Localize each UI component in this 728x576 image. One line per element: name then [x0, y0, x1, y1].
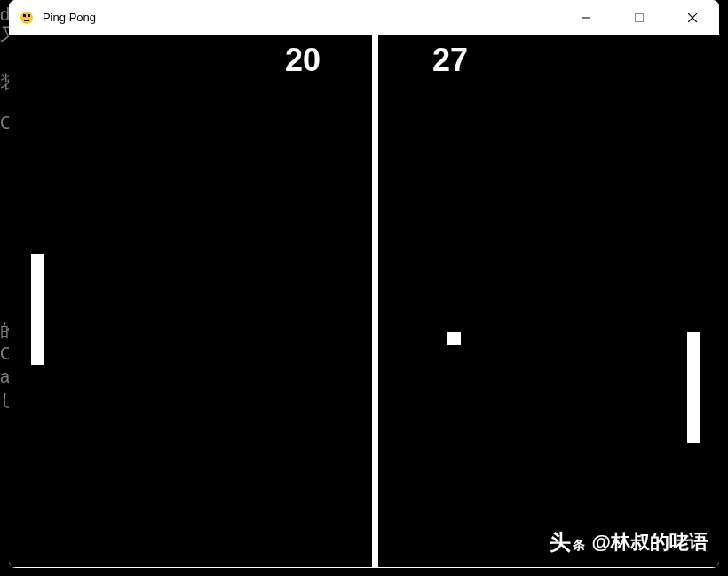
court-right-half: [378, 35, 719, 567]
app-window: Ping Pong 20 27 头: [9, 0, 719, 568]
watermark-handle: @林叔的咾语: [592, 529, 708, 556]
watermark-logo-big: 头: [550, 528, 571, 556]
titlebar[interactable]: Ping Pong: [9, 0, 719, 35]
svg-point-0: [20, 12, 33, 24]
paddle-right[interactable]: [687, 332, 700, 443]
watermark-logo: 头 条: [550, 528, 585, 556]
game-area[interactable]: 20 27 头 条 @林叔的咾语: [9, 35, 719, 567]
court-left-half: [9, 35, 372, 567]
svg-rect-2: [28, 14, 30, 17]
close-button[interactable]: [666, 0, 719, 35]
minimize-button[interactable]: [559, 0, 613, 35]
minimize-icon: [582, 13, 590, 22]
watermark-logo-small: 条: [573, 538, 585, 554]
paddle-left[interactable]: [31, 254, 44, 365]
svg-rect-5: [636, 13, 644, 21]
maximize-button[interactable]: [613, 0, 666, 35]
score-right: 27: [432, 42, 468, 79]
maximize-icon: [635, 13, 644, 22]
ball: [447, 332, 461, 345]
app-icon: [20, 11, 34, 25]
score-left: 20: [285, 42, 320, 79]
svg-rect-1: [23, 14, 26, 17]
close-icon: [688, 13, 697, 22]
watermark: 头 条 @林叔的咾语: [550, 528, 708, 556]
svg-rect-3: [24, 20, 29, 21]
window-title: Ping Pong: [43, 11, 96, 24]
